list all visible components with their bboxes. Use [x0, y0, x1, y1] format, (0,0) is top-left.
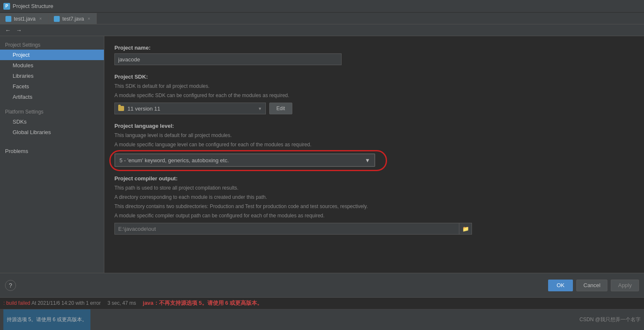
ok-button[interactable]: OK — [548, 280, 573, 291]
status-bottom-row: 持源选项 5。请使用 6 或更高版本。 CSDN @我只想弄一个名字 — [0, 309, 644, 330]
tab-bar: test1.java × test7.java × — [0, 13, 644, 24]
sdk-row: 11 version 11 ▼ Edit — [114, 103, 634, 114]
compiler-output-section: Project compiler output: This path is us… — [114, 175, 634, 235]
tab-close-btn-2[interactable]: × — [87, 16, 92, 21]
output-path-row: 📁 — [114, 223, 634, 235]
tab-test1[interactable]: test1.java × — [0, 13, 48, 24]
sdk-value: 11 version 11 — [127, 106, 160, 112]
lang-level-desc-1: This language level is default for all p… — [114, 132, 634, 139]
lang-level-desc-2: A module specific language level can be … — [114, 141, 634, 148]
project-name-label: Project name: — [114, 45, 634, 51]
app-icon: P — [3, 3, 10, 10]
status-bar: : build failed At 2021/11/6 14:20 with 1… — [0, 297, 644, 330]
action-buttons: OK Cancel Apply — [548, 280, 639, 291]
folder-browse-icon: 📁 — [462, 226, 469, 232]
help-button[interactable]: ? — [5, 280, 16, 291]
language-dropdown-wrapper: 5 - 'enum' keyword, generics, autoboxing… — [114, 153, 375, 167]
java-error-message: java：不再支持源选项 5。请使用 6 或更高版本。 — [143, 299, 263, 307]
sidebar-item-facets[interactable]: Facets — [0, 81, 104, 92]
folder-icon — [118, 106, 124, 111]
sidebar-item-project[interactable]: Project — [0, 50, 104, 60]
sidebar-item-sdks[interactable]: SDKs — [0, 116, 104, 127]
language-level-value: 5 - 'enum' keyword, generics, autoboxing… — [119, 157, 229, 164]
sidebar-item-modules[interactable]: Modules — [0, 60, 104, 71]
sidebar-item-problems[interactable]: Problems — [0, 146, 104, 156]
project-settings-section: Project Settings — [0, 40, 104, 50]
compiler-output-label: Project compiler output: — [114, 175, 634, 182]
project-sdk-label: Project SDK: — [114, 74, 634, 80]
language-level-label: Project language level: — [114, 123, 634, 129]
title-bar: P Project Structure — [0, 0, 644, 13]
tab-label-2: test7.java — [62, 16, 84, 22]
forward-button[interactable]: → — [14, 26, 24, 35]
project-language-level-section: Project language level: This language le… — [114, 123, 634, 167]
java-file-icon-2 — [54, 16, 60, 22]
csdn-watermark: CSDN @我只想弄一个名字 — [579, 316, 641, 323]
timing-label: 3 sec, 47 ms — [108, 300, 136, 306]
tab-test7[interactable]: test7.java × — [48, 13, 97, 24]
chinese-error-panel: 持源选项 5。请使用 6 或更高版本。 — [3, 309, 90, 330]
window-title: Project Structure — [13, 3, 53, 9]
apply-button[interactable]: Apply — [611, 280, 639, 291]
sidebar-item-artifacts[interactable]: Artifacts — [0, 92, 104, 102]
bottom-bar: ? OK Cancel Apply — [0, 273, 644, 297]
build-error-label: : build failed At 2021/11/6 14:20 with 1… — [3, 300, 101, 306]
sdk-dropdown[interactable]: 11 version 11 ▼ — [114, 103, 266, 114]
tab-label: test1.java — [14, 16, 35, 22]
output-path-input[interactable] — [114, 223, 459, 235]
sidebar-item-global-libraries[interactable]: Global Libraries — [0, 127, 104, 137]
tab-close-btn[interactable]: × — [38, 16, 43, 21]
back-button[interactable]: ← — [3, 26, 13, 35]
dropdown-arrow-icon: ▼ — [258, 106, 262, 111]
status-top-row: : build failed At 2021/11/6 14:20 with 1… — [0, 298, 644, 309]
compiler-desc-2: A directory corresponding to each module… — [114, 193, 634, 201]
content-area: Project name: Project SDK: This SDK is d… — [104, 36, 644, 273]
platform-settings-section: Platform Settings — [0, 106, 104, 116]
project-name-input[interactable] — [114, 53, 342, 65]
compiler-desc-1: This path is used to store all project c… — [114, 184, 634, 192]
cancel-button[interactable]: Cancel — [576, 280, 607, 291]
java-file-icon — [5, 16, 11, 22]
project-name-section: Project name: — [114, 45, 634, 65]
browse-button[interactable]: 📁 — [459, 223, 472, 235]
compiler-desc-3: This directory contains two subdirectori… — [114, 203, 634, 210]
sdk-desc-2: A module specific SDK can be configured … — [114, 92, 634, 99]
toolbar: ← → — [0, 24, 644, 36]
language-level-dropdown[interactable]: 5 - 'enum' keyword, generics, autoboxing… — [114, 153, 375, 167]
main-layout: Project Settings Project Modules Librari… — [0, 36, 644, 273]
sidebar-item-libraries[interactable]: Libraries — [0, 71, 104, 81]
sdk-desc-1: This SDK is default for all project modu… — [114, 82, 634, 90]
sidebar: Project Settings Project Modules Librari… — [0, 36, 104, 273]
language-dropdown-arrow-icon: ▼ — [365, 157, 370, 164]
project-sdk-section: Project SDK: This SDK is default for all… — [114, 74, 634, 114]
edit-sdk-button[interactable]: Edit — [269, 103, 292, 114]
compiler-desc-4: A module specific compiler output path c… — [114, 212, 634, 219]
